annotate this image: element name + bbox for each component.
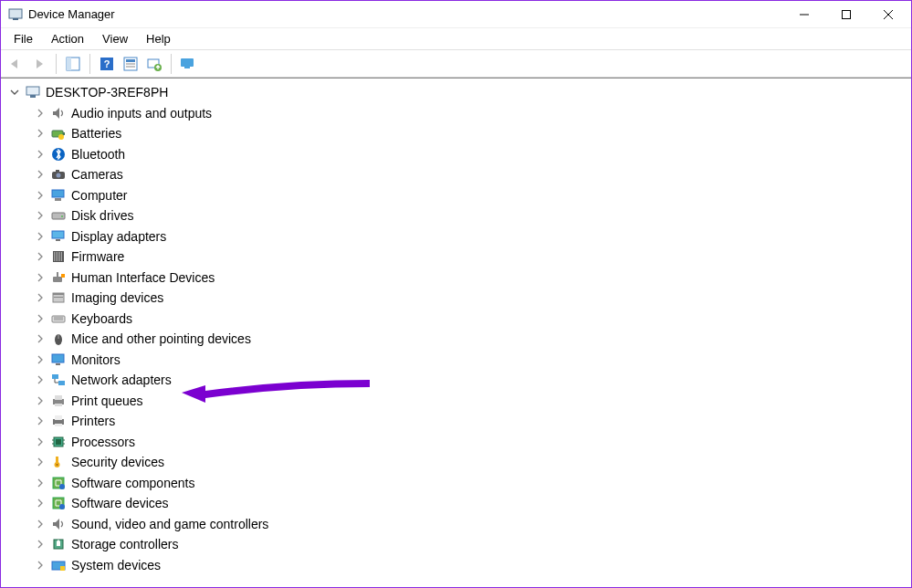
titlebar: Device Manager — [1, 1, 911, 28]
tree-node[interactable]: Print queues — [3, 391, 909, 412]
expander-icon[interactable] — [34, 415, 47, 427]
expander-icon[interactable] — [34, 271, 47, 284]
forward-button[interactable] — [28, 53, 50, 75]
expander-icon[interactable] — [34, 373, 47, 386]
tree-node[interactable]: Software devices — [3, 493, 909, 514]
device-tree[interactable]: DESKTOP-3REF8PH Audio inputs and outputs… — [1, 79, 911, 588]
svg-rect-17 — [184, 67, 190, 68]
svg-rect-37 — [59, 252, 60, 261]
toolbar: ? — [1, 50, 911, 78]
tree-node[interactable]: Disk drives — [3, 205, 909, 226]
camera-icon — [50, 166, 67, 183]
tree-node[interactable]: Security devices — [3, 452, 909, 473]
svg-rect-43 — [53, 293, 64, 295]
expander-icon[interactable] — [34, 148, 47, 161]
expander-icon[interactable] — [34, 559, 47, 572]
tree-node[interactable]: Sound, video and game controllers — [3, 514, 909, 535]
tree-node[interactable]: Imaging devices — [3, 288, 909, 309]
tree-node[interactable]: Batteries — [3, 123, 909, 144]
security-icon — [50, 454, 67, 470]
expander-icon[interactable] — [34, 250, 47, 263]
expander-icon[interactable] — [34, 168, 47, 181]
svg-rect-56 — [55, 404, 62, 406]
speaker-icon — [50, 105, 67, 121]
tree-node-label: Firmware — [71, 249, 124, 264]
close-button[interactable] — [867, 1, 909, 28]
svg-rect-28 — [55, 198, 61, 201]
properties-button[interactable] — [120, 53, 142, 75]
svg-rect-32 — [56, 239, 60, 241]
tree-node[interactable]: Printers — [3, 411, 909, 432]
svg-rect-58 — [55, 415, 62, 420]
tree-node[interactable]: Display adapters — [3, 226, 909, 247]
expander-icon[interactable] — [34, 518, 47, 530]
tree-node[interactable]: Bluetooth — [3, 144, 909, 165]
tree-node[interactable]: Mice and other pointing devices — [3, 329, 909, 350]
expander-icon[interactable] — [34, 332, 47, 345]
printqueue-icon — [50, 393, 67, 409]
svg-rect-40 — [57, 272, 58, 278]
svg-text:?: ? — [104, 58, 110, 69]
tree-node-label: Computer — [71, 188, 127, 203]
tree-node-label: System devices — [71, 558, 161, 572]
tree-node[interactable]: Processors — [3, 432, 909, 453]
view-devices-button[interactable] — [177, 53, 199, 75]
minimize-button[interactable] — [783, 1, 825, 28]
keyboard-icon — [50, 310, 67, 327]
expander-icon[interactable] — [34, 394, 47, 407]
svg-rect-44 — [54, 297, 63, 298]
svg-rect-51 — [56, 363, 60, 365]
expander-icon[interactable] — [34, 456, 47, 468]
svg-rect-59 — [55, 424, 62, 426]
mouse-icon — [50, 331, 67, 347]
tree-node[interactable]: System devices — [3, 555, 909, 576]
expander-icon[interactable] — [34, 209, 47, 222]
scan-hardware-button[interactable] — [143, 53, 165, 75]
tree-node[interactable]: Computer — [3, 185, 909, 206]
expander-icon[interactable] — [34, 107, 47, 120]
expander-icon[interactable] — [34, 291, 47, 304]
computer-icon — [50, 187, 67, 204]
svg-rect-31 — [52, 231, 64, 238]
menu-action[interactable]: Action — [42, 29, 93, 48]
expander-icon[interactable] — [34, 497, 47, 509]
svg-rect-29 — [52, 213, 65, 219]
svg-rect-38 — [61, 252, 62, 261]
tree-node[interactable]: Cameras — [3, 164, 909, 185]
maximize-button[interactable] — [825, 1, 867, 28]
tree-root[interactable]: DESKTOP-3REF8PH — [3, 82, 909, 103]
tree-node[interactable]: Human Interface Devices — [3, 268, 909, 289]
tree-node[interactable]: Software components — [3, 473, 909, 494]
menubar: File Action View Help — [1, 28, 911, 50]
tree-node-label: Imaging devices — [71, 290, 163, 305]
tree-node[interactable]: Monitors — [3, 350, 909, 371]
expander-icon[interactable] — [34, 230, 47, 243]
tree-node-label: Storage controllers — [71, 537, 179, 551]
tree-node[interactable]: Audio inputs and outputs — [3, 103, 909, 124]
tree-node[interactable]: Firmware — [3, 247, 909, 268]
expander-icon[interactable] — [34, 477, 47, 489]
expander-icon[interactable] — [34, 127, 47, 140]
expander-icon[interactable] — [34, 312, 47, 325]
svg-rect-53 — [58, 381, 65, 385]
menu-file[interactable]: File — [5, 29, 42, 48]
tree-node[interactable]: Keyboards — [3, 309, 909, 330]
software-icon — [50, 475, 67, 491]
display-icon — [50, 228, 67, 245]
help-button[interactable]: ? — [96, 53, 118, 75]
menu-help[interactable]: Help — [137, 29, 180, 48]
expander-icon[interactable] — [34, 189, 47, 202]
expander-icon[interactable] — [34, 538, 47, 551]
tree-node[interactable]: Network adapters — [3, 370, 909, 391]
expander-icon[interactable] — [34, 436, 47, 448]
menu-view[interactable]: View — [93, 29, 137, 48]
svg-rect-0 — [9, 9, 22, 18]
tree-node-label: Bluetooth — [71, 147, 125, 162]
expander-icon[interactable] — [8, 86, 21, 99]
svg-point-22 — [58, 134, 64, 140]
show-hide-tree-button[interactable] — [62, 53, 84, 75]
tree-root-label: DESKTOP-3REF8PH — [46, 85, 168, 100]
expander-icon[interactable] — [34, 353, 47, 366]
back-button[interactable] — [5, 53, 26, 75]
tree-node[interactable]: Storage controllers — [3, 534, 909, 555]
